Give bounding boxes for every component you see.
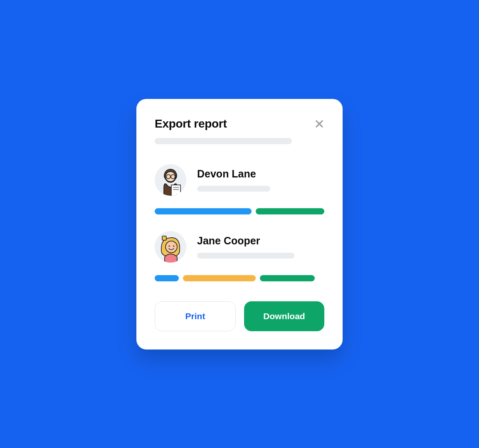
svg-point-10 <box>168 245 170 246</box>
user-text: Jane Cooper <box>197 235 294 258</box>
svg-rect-8 <box>162 236 166 240</box>
avatar-devon <box>155 164 186 196</box>
progress-bars <box>155 275 324 281</box>
avatar-illustration-icon <box>155 164 186 196</box>
user-block-devon: Devon Lane <box>155 164 324 214</box>
download-button[interactable]: Download <box>244 301 324 331</box>
progress-segment <box>155 275 179 281</box>
svg-rect-4 <box>171 185 180 196</box>
print-button[interactable]: Print <box>155 301 236 331</box>
progress-bars <box>155 208 324 214</box>
modal-actions: Print Download <box>155 301 324 331</box>
user-block-jane: Jane Cooper <box>155 231 324 281</box>
user-row: Devon Lane <box>155 164 324 196</box>
svg-point-9 <box>165 241 177 253</box>
progress-segment <box>256 208 324 214</box>
progress-segment <box>155 208 252 214</box>
user-name: Jane Cooper <box>197 235 294 247</box>
close-icon <box>314 119 324 129</box>
user-subtitle-placeholder <box>197 186 270 192</box>
modal-header: Export report <box>155 117 324 130</box>
svg-point-11 <box>173 245 174 246</box>
export-report-modal: Export report <box>136 99 343 350</box>
user-text: Devon Lane <box>197 168 270 192</box>
close-button[interactable] <box>314 119 324 129</box>
progress-segment <box>183 275 256 281</box>
progress-segment <box>260 275 315 281</box>
user-row: Jane Cooper <box>155 231 324 263</box>
avatar-illustration-icon <box>155 231 186 263</box>
avatar-jane <box>155 231 186 263</box>
modal-title: Export report <box>155 117 227 130</box>
subtitle-placeholder <box>155 138 292 144</box>
user-subtitle-placeholder <box>197 253 294 258</box>
user-name: Devon Lane <box>197 168 270 180</box>
